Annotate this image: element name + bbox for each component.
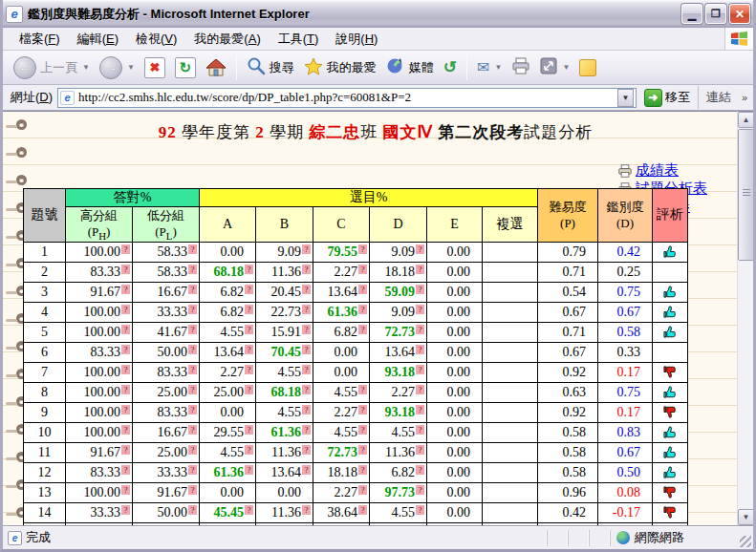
detail-marker[interactable]: ? [358, 405, 367, 414]
menu-item-h[interactable]: 說明(H) [327, 30, 386, 48]
detail-marker[interactable]: ? [358, 485, 367, 495]
edit-button[interactable]: ▼ [535, 55, 574, 79]
detail-marker[interactable]: ? [302, 385, 311, 394]
detail-marker[interactable]: ? [302, 325, 311, 334]
detail-marker[interactable]: ? [188, 365, 197, 374]
media-button[interactable]: 媒體 [381, 54, 439, 80]
search-button[interactable]: 搜尋 [242, 54, 299, 80]
menu-item-v[interactable]: 檢視(V) [127, 30, 185, 48]
detail-marker[interactable]: ? [358, 385, 367, 394]
detail-marker[interactable]: ? [416, 405, 424, 414]
detail-marker[interactable]: ? [416, 345, 424, 354]
detail-marker[interactable]: ? [121, 385, 130, 394]
detail-marker[interactable]: ? [302, 425, 311, 435]
vertical-scrollbar[interactable]: ▲ ▼ [737, 111, 753, 525]
detail-marker[interactable]: ? [358, 325, 367, 334]
detail-marker[interactable]: ? [188, 445, 197, 455]
detail-marker[interactable]: ? [358, 465, 367, 475]
detail-marker[interactable]: ? [188, 265, 197, 274]
detail-marker[interactable]: ? [188, 405, 197, 414]
detail-marker[interactable]: ? [245, 285, 253, 294]
detail-marker[interactable]: ? [358, 285, 367, 294]
close-button[interactable]: ✕ [729, 4, 750, 24]
mail-button[interactable]: ✉▼ [472, 58, 507, 77]
detail-marker[interactable]: ? [188, 485, 197, 495]
menu-item-f[interactable]: 檔案(F) [11, 30, 69, 48]
links-chevron-icon[interactable]: » [742, 92, 749, 103]
detail-marker[interactable]: ? [121, 365, 130, 374]
detail-marker[interactable]: ? [245, 505, 253, 515]
detail-marker[interactable]: ? [358, 265, 367, 274]
detail-marker[interactable]: ? [358, 244, 367, 254]
detail-marker[interactable]: ? [416, 265, 424, 274]
detail-marker[interactable]: ? [358, 425, 367, 435]
detail-marker[interactable]: ? [416, 305, 424, 314]
home-button[interactable] [201, 56, 231, 79]
detail-marker[interactable]: ? [121, 505, 130, 515]
detail-marker[interactable]: ? [188, 505, 197, 515]
history-button[interactable]: ↺ [439, 57, 462, 77]
detail-marker[interactable]: ? [416, 445, 424, 455]
menu-item-t[interactable]: 工具(T) [270, 30, 328, 48]
back-button[interactable]: ← 上一頁▼ [9, 54, 95, 81]
detail-marker[interactable]: ? [245, 465, 253, 475]
detail-marker[interactable]: ? [416, 465, 424, 475]
detail-marker[interactable]: ? [302, 465, 311, 475]
print-button[interactable] [507, 55, 535, 79]
detail-marker[interactable]: ? [121, 465, 130, 475]
detail-marker[interactable]: ? [121, 244, 130, 254]
detail-marker[interactable]: ? [188, 305, 197, 314]
links-label[interactable]: 連結 [698, 86, 737, 109]
detail-marker[interactable]: ? [358, 505, 367, 515]
scrollbar-thumb[interactable] [738, 129, 754, 261]
detail-marker[interactable]: ? [188, 285, 197, 294]
address-input[interactable]: e http://cc2.smhs.hlc.edu.tw/score/dp/DP… [57, 88, 637, 108]
detail-marker[interactable]: ? [245, 325, 253, 334]
detail-marker[interactable]: ? [188, 385, 197, 394]
detail-marker[interactable]: ? [416, 425, 424, 435]
detail-marker[interactable]: ? [245, 345, 253, 354]
go-button[interactable]: ➜ 移至 [641, 88, 693, 108]
detail-marker[interactable]: ? [302, 345, 311, 354]
minimize-button[interactable]: ▁ [681, 4, 702, 24]
detail-marker[interactable]: ? [302, 445, 311, 455]
detail-marker[interactable]: ? [245, 385, 253, 394]
scroll-down-button[interactable]: ▼ [738, 509, 754, 525]
detail-marker[interactable]: ? [245, 425, 253, 435]
maximize-button[interactable]: ❐ [705, 4, 726, 24]
scroll-up-button[interactable]: ▲ [738, 112, 754, 128]
detail-marker[interactable]: ? [121, 285, 130, 294]
detail-marker[interactable]: ? [416, 285, 424, 294]
detail-marker[interactable]: ? [416, 325, 424, 334]
detail-marker[interactable]: ? [245, 305, 253, 314]
discuss-button[interactable] [574, 57, 601, 78]
detail-marker[interactable]: ? [358, 445, 367, 455]
menu-item-e[interactable]: 編輯(E) [69, 30, 127, 48]
detail-marker[interactable]: ? [302, 265, 311, 274]
detail-marker[interactable]: ? [302, 365, 311, 374]
detail-marker[interactable]: ? [188, 345, 197, 354]
detail-marker[interactable]: ? [121, 325, 130, 334]
detail-marker[interactable]: ? [302, 244, 311, 254]
address-dropdown-button[interactable]: ▼ [617, 89, 634, 107]
detail-marker[interactable]: ? [245, 365, 253, 374]
detail-marker[interactable]: ? [302, 285, 311, 294]
detail-marker[interactable]: ? [121, 485, 130, 495]
stop-button[interactable]: ✖ [140, 55, 170, 80]
detail-marker[interactable]: ? [121, 265, 130, 274]
forward-button[interactable]: → ▼ [95, 54, 140, 81]
detail-marker[interactable]: ? [302, 405, 311, 414]
detail-marker[interactable]: ? [358, 305, 367, 314]
detail-marker[interactable]: ? [416, 505, 424, 515]
detail-marker[interactable]: ? [245, 265, 253, 274]
refresh-button[interactable]: ↻ [170, 55, 201, 80]
detail-marker[interactable]: ? [188, 244, 197, 254]
detail-marker[interactable]: ? [416, 244, 424, 254]
detail-marker[interactable]: ? [188, 325, 197, 334]
detail-marker[interactable]: ? [416, 365, 424, 374]
detail-marker[interactable]: ? [302, 505, 311, 515]
detail-marker[interactable]: ? [245, 445, 253, 455]
link-score-table[interactable]: 成績表 [617, 161, 707, 180]
detail-marker[interactable]: ? [121, 305, 130, 314]
detail-marker[interactable]: ? [121, 345, 130, 354]
